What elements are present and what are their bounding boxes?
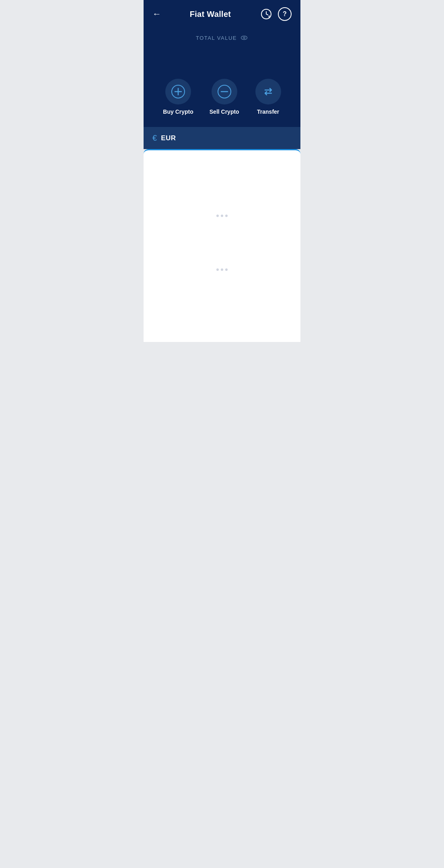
dot-3 [225,215,228,217]
total-value-label: TOTAL VALUE [144,34,300,42]
dot-4 [216,268,219,271]
plus-circle-icon [171,84,185,99]
header-bar: ← Fiat Wallet $ ? [144,0,300,27]
eur-symbol: € [152,133,157,143]
buy-crypto-button[interactable]: Buy Crypto [163,79,193,115]
help-button[interactable]: ? [278,7,292,21]
svg-text:$: $ [268,15,270,19]
sell-crypto-circle [212,79,237,104]
total-value-section: TOTAL VALUE [144,27,300,71]
dot-5 [221,268,223,271]
dot-1 [216,215,219,217]
question-mark-icon: ? [283,10,287,18]
transfer-label: Transfer [257,108,279,115]
empty-state [152,158,292,327]
actions-section: Buy Crypto Sell Crypto Transfer [144,71,300,127]
buy-crypto-circle [165,79,191,104]
content-section [144,149,300,342]
eur-tab[interactable]: € EUR [144,127,300,149]
transfer-arrows-icon [261,84,275,99]
dot-2 [221,215,223,217]
back-button[interactable]: ← [152,9,161,19]
eur-label: EUR [161,134,176,142]
total-value-amount [144,46,300,66]
history-clock-icon: $ [261,8,272,20]
transfer-button[interactable]: Transfer [255,79,281,115]
header-section: ← Fiat Wallet $ ? TOTAL VALUE [144,0,300,149]
header-actions: $ ? [259,7,292,21]
dot-6 [225,268,228,271]
minus-circle-icon [217,84,232,99]
svg-point-3 [243,37,245,39]
transfer-circle [255,79,281,104]
buy-crypto-label: Buy Crypto [163,108,193,115]
svg-point-2 [241,36,247,39]
empty-dots-bottom [216,268,228,271]
page-title: Fiat Wallet [190,10,231,19]
transaction-history-button[interactable]: $ [259,7,273,21]
eye-icon [240,34,248,42]
sell-crypto-button[interactable]: Sell Crypto [210,79,239,115]
empty-dots-top [216,215,228,217]
sell-crypto-label: Sell Crypto [210,108,239,115]
